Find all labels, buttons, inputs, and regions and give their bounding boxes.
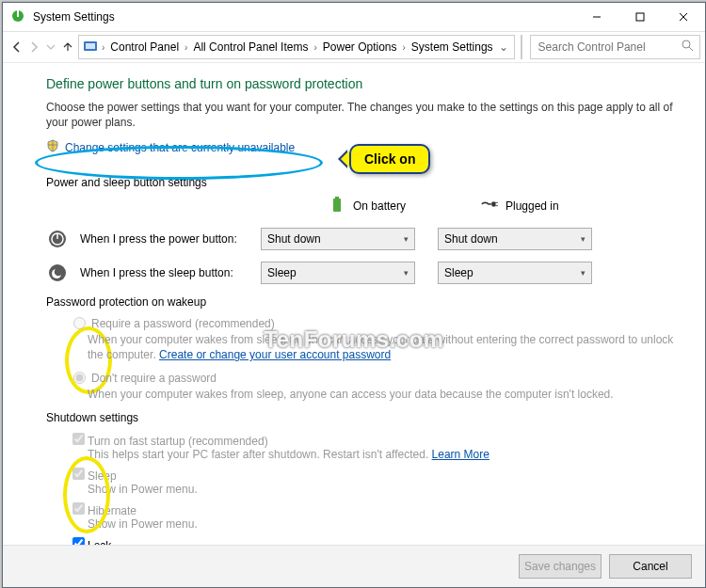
require-password-radio[interactable] xyxy=(73,317,86,329)
app-icon xyxy=(10,8,25,26)
page-heading: Define power buttons and turn on passwor… xyxy=(46,76,679,91)
power-button-plugged-select[interactable]: Shut down▾ xyxy=(438,228,592,250)
nav-recent-button[interactable] xyxy=(44,37,57,57)
address-history-dropdown[interactable]: ⌄ xyxy=(497,40,510,54)
sleep-button-plugged-select[interactable]: Sleep▾ xyxy=(438,262,592,284)
minimize-button[interactable] xyxy=(575,3,618,31)
content-area: Define power buttons and turn on passwor… xyxy=(3,63,705,545)
titlebar: System Settings xyxy=(3,3,705,32)
svg-point-8 xyxy=(682,40,690,48)
option-sleep: Sleep Show in Power menu. xyxy=(69,465,679,496)
option-lock: Lock Show in account picture menu. xyxy=(69,534,679,545)
option-fast-startup: Turn on fast startup (recommended) This … xyxy=(69,430,679,461)
hibernate-checkbox[interactable] xyxy=(72,502,85,515)
save-changes-button[interactable]: Save changes xyxy=(519,554,602,579)
learn-more-link[interactable]: Learn More xyxy=(432,448,489,461)
option-dont-require-password: Don't require a password When your compu… xyxy=(69,369,679,402)
power-button-row: When I press the power button: Shut down… xyxy=(46,228,679,250)
svg-rect-3 xyxy=(636,13,644,21)
section-heading-power-sleep: Power and sleep button settings xyxy=(46,176,679,189)
sleep-icon xyxy=(46,263,69,282)
section-heading-password: Password protection on wakeup xyxy=(46,295,679,309)
cancel-button[interactable]: Cancel xyxy=(609,554,692,579)
svg-rect-1 xyxy=(17,10,19,17)
fast-startup-checkbox[interactable] xyxy=(72,433,85,445)
svg-rect-7 xyxy=(86,43,95,49)
search-input[interactable] xyxy=(537,40,682,55)
shield-icon xyxy=(46,139,59,155)
search-icon xyxy=(682,40,694,55)
settings-window: System Settings › Control Panel› All Con… xyxy=(2,2,706,588)
dont-require-password-radio[interactable] xyxy=(73,372,86,384)
change-unavailable-settings-link[interactable]: Change settings that are currently unava… xyxy=(46,139,295,155)
control-panel-icon xyxy=(83,39,98,56)
address-bar[interactable]: › Control Panel› All Control Panel Items… xyxy=(78,35,515,59)
nav-up-button[interactable] xyxy=(61,37,74,57)
close-button[interactable] xyxy=(662,3,705,31)
navbar: › Control Panel› All Control Panel Items… xyxy=(3,32,705,63)
option-hibernate: Hibernate Show in Power menu. xyxy=(69,500,679,531)
battery-icon xyxy=(329,195,345,216)
power-button-battery-select[interactable]: Shut down▾ xyxy=(261,228,415,250)
power-icon xyxy=(46,230,69,248)
svg-rect-11 xyxy=(335,197,339,199)
section-heading-shutdown: Shutdown settings xyxy=(46,411,679,424)
breadcrumb-item[interactable]: System Settings xyxy=(408,39,497,56)
refresh-button[interactable] xyxy=(521,35,522,59)
breadcrumb-item[interactable]: All Control Panel Items xyxy=(189,39,312,56)
create-change-password-link[interactable]: Create or change your user account passw… xyxy=(159,348,391,361)
sleep-button-battery-select[interactable]: Sleep▾ xyxy=(261,262,415,284)
annotation-callout: Click on xyxy=(349,144,430,174)
search-box[interactable] xyxy=(530,35,700,59)
option-require-password: Require a password (recommended) When yo… xyxy=(69,314,679,362)
nav-back-button[interactable] xyxy=(10,37,24,57)
nav-forward-button[interactable] xyxy=(27,37,40,57)
svg-line-9 xyxy=(689,47,693,51)
sleep-checkbox[interactable] xyxy=(72,468,85,480)
breadcrumb-item[interactable]: Power Options xyxy=(319,39,401,56)
window-title: System Settings xyxy=(33,10,115,24)
svg-point-18 xyxy=(49,264,66,281)
svg-rect-10 xyxy=(333,199,341,212)
column-headers: On battery Plugged in xyxy=(329,195,679,216)
breadcrumb-item[interactable]: Control Panel xyxy=(106,39,183,56)
maximize-button[interactable] xyxy=(618,3,662,31)
plug-icon xyxy=(481,195,498,216)
sleep-button-row: When I press the sleep button: Sleep▾ Sl… xyxy=(46,262,679,284)
lock-checkbox[interactable] xyxy=(72,537,85,545)
svg-rect-12 xyxy=(491,202,495,207)
footer-bar: Save changes Cancel xyxy=(3,545,705,587)
page-subtext: Choose the power settings that you want … xyxy=(46,101,679,130)
